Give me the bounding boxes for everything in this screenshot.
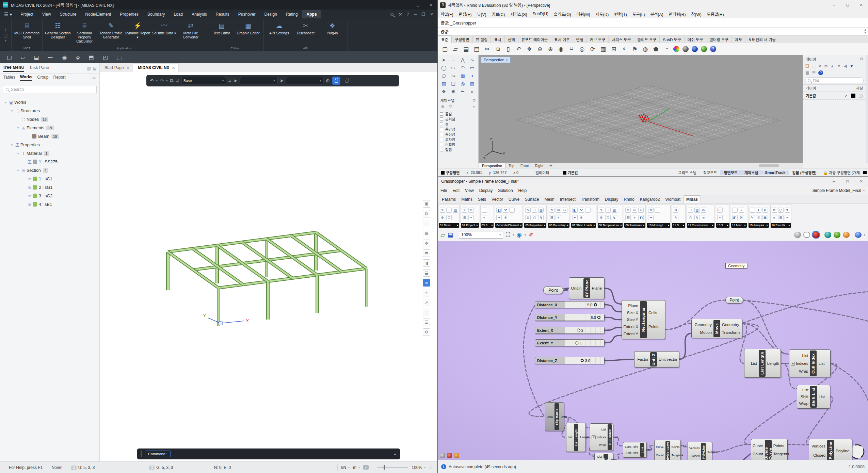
gh-group-label[interactable]: 02.Project▾ bbox=[461, 223, 479, 228]
duplicate-layer-icon[interactable]: ⧉ bbox=[824, 64, 827, 68]
collapse-command-icon[interactable]: ▲ bbox=[393, 452, 397, 456]
ribbon-button-seismic-data[interactable]: 〰Seismic Data ▾ bbox=[151, 20, 177, 46]
gh-component-icon[interactable]: ▦ bbox=[612, 208, 617, 213]
input-port-data[interactable]: Data bbox=[545, 415, 554, 419]
component-name[interactable]: PolyLine bbox=[827, 440, 834, 460]
input-port-extent-x[interactable]: Extent X bbox=[622, 325, 640, 329]
gh-node-dy[interactable]: DIstance_Y6.0 bbox=[535, 314, 605, 321]
status-layer[interactable]: 기본값 bbox=[560, 170, 581, 175]
ribbon-button-sectional-property-calculator[interactable]: ⌸Sectional Property Calculator bbox=[71, 20, 98, 46]
component-name[interactable]: Divide Curve bbox=[765, 440, 772, 460]
tree-item-section[interactable]: ▾≋Section4 bbox=[0, 166, 99, 175]
expander-icon[interactable]: ▾ bbox=[16, 169, 20, 172]
command-prompt-input[interactable]: 명령:▲▼ bbox=[438, 27, 868, 35]
osnap-checkbox[interactable] bbox=[440, 123, 443, 126]
minimize-button[interactable]: ─ bbox=[399, 0, 412, 10]
select-filter-select[interactable]: ▾ bbox=[240, 77, 277, 84]
gh-component-icon[interactable]: ▦ bbox=[538, 208, 544, 213]
osnap-tab-filter-icon[interactable]: ▽ bbox=[449, 104, 452, 109]
tab-scroll-icons[interactable]: ◂ ▸ bbox=[92, 76, 96, 80]
menu-project[interactable]: Project bbox=[16, 10, 37, 18]
gh-component-icon[interactable]: ▦ bbox=[453, 208, 458, 213]
gh-node-point2[interactable]: Point bbox=[725, 297, 743, 304]
gh-node-flip[interactable]: DataFlip MatrixData bbox=[545, 402, 564, 431]
document-selector[interactable]: Simple Frame Model_Final▾ bbox=[813, 188, 868, 193]
gh-component-icon[interactable]: ❄ bbox=[503, 215, 508, 220]
help-icon[interactable]: ? bbox=[710, 46, 716, 52]
rhino-menu-R[interactable]: 렌더링(R) bbox=[666, 11, 689, 17]
gh-component-icon[interactable]: ☷ bbox=[732, 208, 738, 213]
command-input[interactable]: Command : bbox=[145, 451, 171, 457]
zoom-icon[interactable]: ◉ bbox=[62, 54, 67, 61]
slider-knob[interactable] bbox=[577, 328, 580, 332]
input-port-wrap[interactable]: Wrap bbox=[598, 443, 607, 446]
viewport-tab-right[interactable]: Right bbox=[532, 163, 546, 168]
output-port-transform[interactable]: Transform bbox=[721, 330, 741, 335]
rhino-toolbar-tab[interactable]: 메쉬 도구 bbox=[685, 36, 707, 43]
osnap-checkbox[interactable] bbox=[440, 138, 443, 141]
view-tool-icon-7[interactable]: ⬓ bbox=[423, 269, 430, 277]
menu-load[interactable]: Load bbox=[169, 10, 187, 18]
minimize-ribbon-icon[interactable]: ─ bbox=[414, 12, 417, 17]
gh-component-icon[interactable]: ⊞ bbox=[778, 215, 784, 220]
display-pipeline-icon[interactable] bbox=[855, 232, 862, 238]
gh-group-label[interactable]: 04.Node/Element▾ bbox=[495, 223, 523, 228]
osnap-수직점[interactable]: 수직점 bbox=[440, 142, 476, 147]
rhino-menu-V[interactable]: 뷰(V) bbox=[474, 11, 489, 17]
open-recent-icon[interactable]: ⬓ bbox=[34, 54, 39, 61]
redo-icon[interactable]: ↷ bbox=[160, 78, 164, 83]
gh-node-poly2[interactable]: VerticesClosedPolyLinePolyline bbox=[809, 439, 852, 460]
gh-group-label[interactable]: 16.Results▾ bbox=[771, 223, 791, 228]
new-layer-icon[interactable]: ❏ bbox=[805, 64, 809, 68]
rhino-toolbar-tab[interactable]: 렌더링 도구 bbox=[706, 36, 732, 43]
ribbon-button-general-section-designer[interactable]: ☷General Section Designer bbox=[45, 20, 71, 46]
view-tool-icon-9[interactable]: ⌖ bbox=[423, 289, 430, 296]
gh-component-icon[interactable]: ⊞ bbox=[632, 208, 637, 213]
move-left-icon[interactable]: ◀ bbox=[844, 64, 847, 68]
palette-tool-icon-9[interactable]: ↝ bbox=[449, 73, 458, 79]
ribbon-button-plug-in[interactable]: ❖Plug-in bbox=[319, 20, 345, 46]
rhino-menu-O[interactable]: 솔리드(O) bbox=[551, 11, 574, 17]
palette-tool-icon-18[interactable]: ✒ bbox=[458, 89, 467, 94]
gh-component-icon[interactable]: ≋ bbox=[468, 208, 474, 213]
input-port-curve[interactable]: Curve bbox=[751, 444, 765, 448]
gh-component-icon[interactable]: ⌖ bbox=[482, 215, 487, 220]
gh-tab-params[interactable]: Params bbox=[439, 196, 459, 203]
gh-menu-edit[interactable]: Edit bbox=[450, 188, 462, 193]
zoom-slider[interactable] bbox=[377, 467, 408, 468]
output-port-line[interactable]: Line bbox=[645, 448, 653, 452]
component-name[interactable]: List Length bbox=[574, 424, 578, 451]
dock-tab-tree-menu[interactable]: Tree Menu bbox=[3, 65, 24, 72]
model-viewport[interactable]: YX ↶▾ ↷▾ ⧉ ⌸ Base▾ ⌗ ➤ ▾ ➤ ▾ ⊕ ▣⧉⌗⊞✥⬒◨⬓⧈… bbox=[100, 72, 437, 461]
rhino-tool-icon-2[interactable]: ⬓ bbox=[462, 46, 470, 53]
rhino-menu-L[interactable]: 도구(L) bbox=[630, 11, 648, 17]
gh-tab-mesh[interactable]: Mesh bbox=[542, 196, 557, 203]
component-name[interactable]: Cull Index bbox=[810, 350, 817, 376]
active-view-icon[interactable]: ⬚ bbox=[117, 54, 122, 61]
select-cursor-icon[interactable]: ➤ bbox=[234, 78, 238, 83]
gh-component-icon[interactable]: ✎ bbox=[599, 208, 604, 213]
gh-component-icon[interactable]: ☷ bbox=[549, 215, 554, 220]
gh-group-label[interactable]: 08.Temperature▾ bbox=[598, 223, 623, 228]
save-file-icon[interactable]: ⬓ bbox=[448, 231, 453, 239]
settings-icon[interactable]: ⚒ bbox=[398, 12, 402, 17]
gh-component-icon[interactable]: ≋ bbox=[549, 208, 554, 213]
rhino-menu-W[interactable]: 창(W) bbox=[688, 11, 704, 17]
output-port-polyline[interactable]: Polyline bbox=[834, 449, 851, 453]
ribbon-button-tendon-profile-generator[interactable]: ✎Tendon Profile Generator bbox=[98, 20, 124, 46]
slider-track[interactable]: 1 bbox=[565, 340, 604, 346]
input-port-factor[interactable]: Factor bbox=[636, 357, 650, 361]
ribbon-button-disconnect[interactable]: ✂Disconnect bbox=[292, 20, 319, 46]
dock-subtab-group[interactable]: Group bbox=[37, 75, 48, 81]
gh-group-label[interactable]: 10.Moving L...▾ bbox=[647, 223, 670, 228]
gh-component-icon[interactable]: ✂ bbox=[717, 215, 723, 220]
gh-component-icon[interactable]: ⬡ bbox=[605, 215, 611, 220]
tree-item-beam[interactable]: ‒‒Beam19 bbox=[0, 132, 99, 141]
gh-group-label[interactable]: 07.Static Loads▾ bbox=[571, 223, 596, 228]
gh-component-icon[interactable]: ☰ bbox=[585, 208, 591, 213]
viewport-tab-top[interactable]: Top bbox=[505, 163, 517, 168]
rhino-tool-icon-6[interactable]: ▯ bbox=[504, 46, 512, 53]
gh-component-icon[interactable]: ↯ bbox=[612, 215, 617, 220]
toggle-검볼구성평면[interactable]: 검볼 (구성평면) bbox=[789, 170, 820, 175]
tree-item-2-sg1[interactable]: ≋2 : sG1 bbox=[0, 183, 99, 192]
